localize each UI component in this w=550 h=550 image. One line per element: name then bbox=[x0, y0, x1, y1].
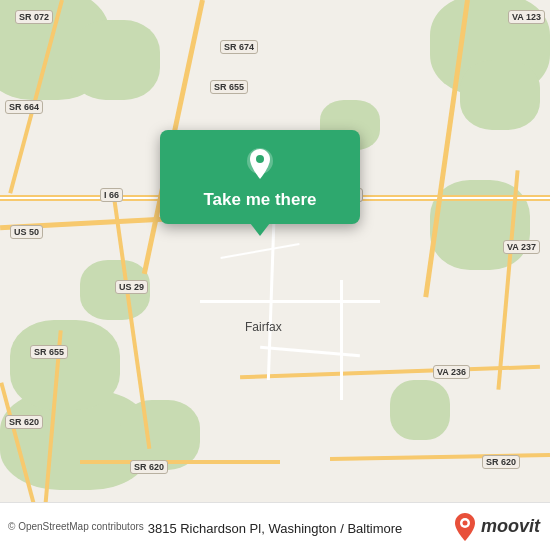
road-label-us29: US 29 bbox=[115, 280, 148, 294]
city-label-fairfax: Fairfax bbox=[245, 320, 282, 334]
road-label-sr620-right: SR 620 bbox=[482, 455, 520, 469]
moovit-logo: moovit bbox=[453, 513, 540, 541]
road-label-i66-left: I 66 bbox=[100, 188, 123, 202]
road-label-us50: US 50 bbox=[10, 225, 43, 239]
road-label-sr655-top: SR 655 bbox=[210, 80, 248, 94]
road-label-sr072: SR 072 bbox=[15, 10, 53, 24]
moovit-pin-icon bbox=[453, 513, 477, 541]
green-area bbox=[390, 380, 450, 440]
road-label-va236: VA 236 bbox=[433, 365, 470, 379]
road-label-sr664: SR 664 bbox=[5, 100, 43, 114]
local-road bbox=[200, 300, 380, 303]
popup-card: Take me there bbox=[160, 130, 360, 224]
svg-point-3 bbox=[462, 520, 467, 525]
take-me-there-button[interactable]: Take me there bbox=[203, 190, 316, 210]
svg-point-1 bbox=[256, 155, 264, 163]
moovit-brand-text: moovit bbox=[481, 516, 540, 537]
road-label-sr655-bot: SR 655 bbox=[30, 345, 68, 359]
map-attribution: © OpenStreetMap contributors bbox=[8, 521, 144, 532]
road-label-sr674: SR 674 bbox=[220, 40, 258, 54]
road-label-sr620-left: SR 620 bbox=[5, 415, 43, 429]
road-label-va123: VA 123 bbox=[508, 10, 545, 24]
road-label-va237: VA 237 bbox=[503, 240, 540, 254]
address-label: 3815 Richardson Pl, Washington / Baltimo… bbox=[148, 521, 403, 536]
green-area bbox=[460, 60, 540, 130]
map-container: SR 072 VA 123 SR 674 SR 664 SR 655 I 66 … bbox=[0, 0, 550, 550]
road-sr620b bbox=[80, 460, 280, 464]
green-area bbox=[70, 20, 160, 100]
road-label-sr620-mid: SR 620 bbox=[130, 460, 168, 474]
local-road bbox=[340, 280, 343, 400]
green-area bbox=[10, 320, 120, 410]
map-pin-icon bbox=[242, 146, 278, 182]
